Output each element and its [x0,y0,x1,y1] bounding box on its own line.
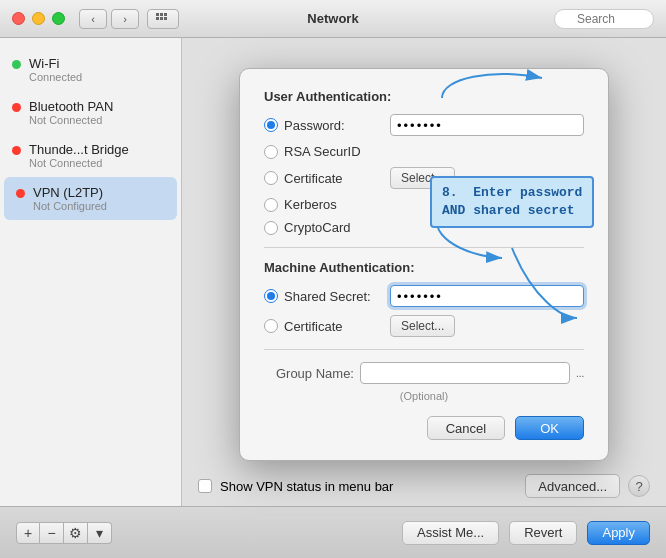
certificate-machine-row: Certificate Select... [264,315,584,337]
network-status-wifi: Connected [29,71,82,83]
nav-buttons: ‹ › [79,9,139,29]
svg-rect-5 [164,17,167,20]
shared-secret-label: Shared Secret: [284,289,384,304]
advanced-button[interactable]: Advanced... [525,474,620,498]
sidebar-item-vpn[interactable]: VPN (L2TP) Not Configured [4,177,177,220]
optional-text: (Optional) [264,390,584,402]
shared-secret-row: Shared Secret: [264,285,584,307]
network-name-bluetooth: Bluetooth PAN [29,99,113,114]
svg-rect-3 [156,17,159,20]
revert-button[interactable]: Revert [509,521,577,545]
certificate-machine-radio[interactable] [264,319,278,333]
sidebar-item-wifi[interactable]: Wi-Fi Connected [0,48,181,91]
shared-secret-radio[interactable] [264,289,278,303]
list-controls: + − ⚙ ▾ [16,522,112,544]
network-name-wifi: Wi-Fi [29,56,82,71]
search-wrapper: ⚲ [554,9,654,29]
password-input[interactable] [390,114,584,136]
group-name-label: Group Name: [264,366,354,381]
network-status-thunderbolt: Not Connected [29,157,129,169]
dialog-buttons: Cancel OK [264,416,584,440]
modal-backdrop: User Authentication: Password: RSA Secur… [182,38,666,466]
group-name-input[interactable] [360,362,570,384]
rsa-label: RSA SecurID [284,144,384,159]
grid-button[interactable] [147,9,179,29]
main-content: Wi-Fi Connected Bluetooth PAN Not Connec… [0,38,666,506]
shared-secret-input[interactable] [390,285,584,307]
minimize-button[interactable] [32,12,45,25]
ellipsis-btn: ... [576,368,584,379]
svg-rect-4 [160,17,163,20]
user-auth-label: User Authentication: [264,89,584,104]
password-radio[interactable] [264,118,278,132]
status-dot-thunderbolt [12,146,21,155]
divider-2 [264,349,584,350]
kerberos-label: Kerberos [284,197,384,212]
network-status-bluetooth: Not Connected [29,114,113,126]
cancel-button[interactable]: Cancel [427,416,505,440]
group-name-row: Group Name: ... [264,362,584,384]
divider [264,247,584,248]
maximize-button[interactable] [52,12,65,25]
svg-rect-2 [164,13,167,16]
certificate-machine-select[interactable]: Select... [390,315,455,337]
gear-button[interactable]: ⚙ [64,522,88,544]
back-button[interactable]: ‹ [79,9,107,29]
apply-button[interactable]: Apply [587,521,650,545]
sidebar-item-bluetooth-pan[interactable]: Bluetooth PAN Not Connected [0,91,181,134]
title-bar: ‹ › Network ⚲ [0,0,666,38]
cryptocard-label: CryptoCard [284,220,384,235]
sidebar-item-thunderbolt[interactable]: Thunde...t Bridge Not Connected [0,134,181,177]
certificate-user-radio[interactable] [264,171,278,185]
authentication-dialog: User Authentication: Password: RSA Secur… [239,68,609,461]
rsa-row: RSA SecurID [264,144,584,159]
kerberos-radio[interactable] [264,198,278,212]
forward-button[interactable]: › [111,9,139,29]
close-button[interactable] [12,12,25,25]
certificate-user-label: Certificate [284,171,384,186]
rsa-radio[interactable] [264,145,278,159]
bottom-bar: + − ⚙ ▾ Assist Me... Revert Apply [0,506,666,558]
network-status-vpn: Not Configured [33,200,107,212]
show-vpn-checkbox[interactable] [198,479,212,493]
right-panel: Show VPN status in menu bar Advanced... … [182,38,666,506]
svg-rect-0 [156,13,159,16]
ok-button[interactable]: OK [515,416,584,440]
search-input[interactable] [554,9,654,29]
cryptocard-radio[interactable] [264,221,278,235]
status-dot-vpn [16,189,25,198]
svg-rect-1 [160,13,163,16]
status-dot-bluetooth [12,103,21,112]
sidebar: Wi-Fi Connected Bluetooth PAN Not Connec… [0,38,182,506]
certificate-machine-label: Certificate [284,319,384,334]
traffic-lights [12,12,65,25]
network-name-thunderbolt: Thunde...t Bridge [29,142,129,157]
vpn-status-bar: Show VPN status in menu bar Advanced... … [182,466,666,506]
window-title: Network [307,11,358,26]
password-row: Password: [264,114,584,136]
add-button[interactable]: + [16,522,40,544]
machine-auth-label: Machine Authentication: [264,260,584,275]
annotation-tooltip: 8. Enter password AND shared secret [430,176,594,228]
help-button[interactable]: ? [628,475,650,497]
password-label: Password: [284,118,384,133]
remove-button[interactable]: − [40,522,64,544]
show-vpn-label: Show VPN status in menu bar [220,479,393,494]
chevron-button[interactable]: ▾ [88,522,112,544]
status-dot-wifi [12,60,21,69]
network-name-vpn: VPN (L2TP) [33,185,107,200]
assist-me-button[interactable]: Assist Me... [402,521,499,545]
